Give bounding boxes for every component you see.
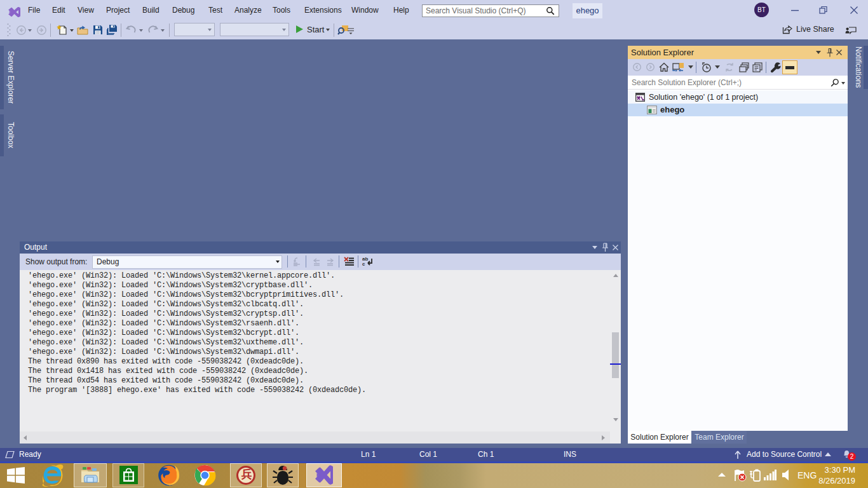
svg-text:c: c: [362, 261, 365, 267]
